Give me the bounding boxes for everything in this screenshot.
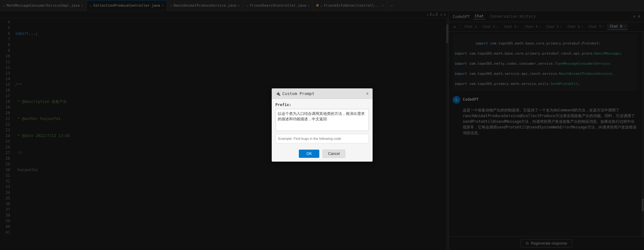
- prefix-textarea[interactable]: 以这个类为入口结合调用其他类的方法，推演出需求的描述和功能描述，中文返回: [276, 109, 369, 131]
- dialog-header: 🔌 Custom Prompt ×: [272, 88, 373, 99]
- example-input[interactable]: [276, 134, 369, 143]
- dialog-title: 🔌 Custom Prompt: [276, 91, 315, 96]
- custom-prompt-dialog: 🔌 Custom Prompt × Prefix: 以这个类为入口结合调用其他类…: [272, 88, 373, 162]
- cancel-button[interactable]: Cancel: [322, 150, 345, 158]
- dialog-overlay[interactable]: 🔌 Custom Prompt × Prefix: 以这个类为入口结合调用其他类…: [0, 0, 644, 250]
- dialog-close-button[interactable]: ×: [366, 91, 368, 96]
- dialog-body: Prefix: 以这个类为入口结合调用其他类的方法，推演出需求的描述和功能描述，…: [272, 99, 373, 147]
- ok-button[interactable]: OK: [299, 150, 319, 158]
- dialog-footer: OK Cancel: [272, 147, 373, 162]
- plugin-icon: 🔌: [276, 91, 281, 96]
- prefix-label: Prefix:: [276, 103, 369, 107]
